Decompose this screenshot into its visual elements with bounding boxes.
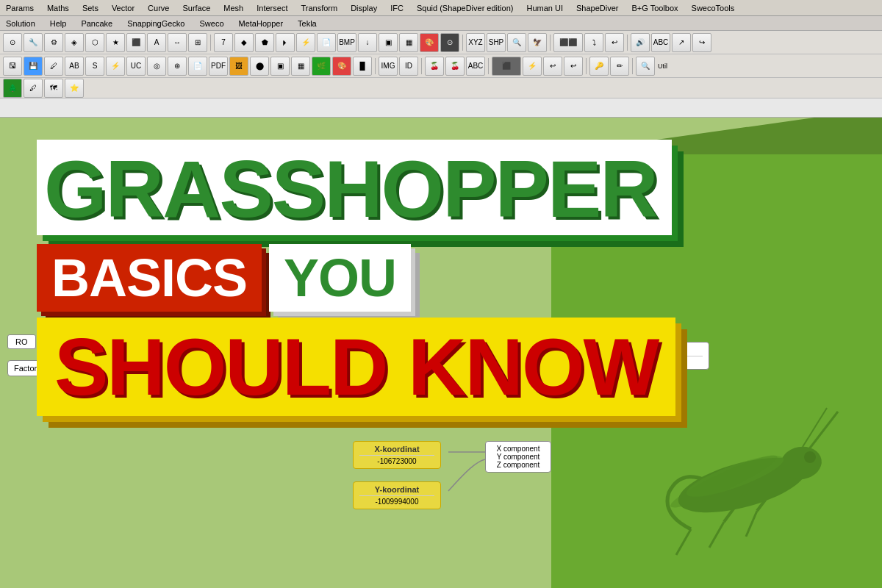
tb2-btn-25[interactable]: ⚡ bbox=[523, 57, 542, 76]
menu-squid[interactable]: Squid (ShapeDiver edition) bbox=[414, 2, 516, 14]
tb-btn-32[interactable]: ↗ bbox=[672, 33, 691, 52]
tb2-btn-27[interactable]: ↩ bbox=[564, 57, 583, 76]
title-grasshopper-box: GRASSHOPPER bbox=[37, 140, 672, 235]
tb2-btn-14[interactable]: ▣ bbox=[270, 57, 290, 76]
menu-humanui[interactable]: Human UI bbox=[523, 2, 566, 14]
tb3-btn-2[interactable]: 🖊 bbox=[24, 79, 43, 98]
tb-btn-28[interactable]: ⤵ bbox=[584, 33, 603, 52]
tb3-btn-3[interactable]: 🗺 bbox=[44, 79, 63, 98]
tb-btn-26[interactable]: 🦅 bbox=[528, 33, 547, 52]
tb3-btn-4[interactable]: ⭐ bbox=[65, 79, 84, 98]
tb-btn-15[interactable]: ⚡ bbox=[296, 33, 315, 52]
submenu-solution[interactable]: Solution bbox=[3, 18, 38, 29]
tb-btn-3[interactable]: ⚙ bbox=[44, 33, 63, 52]
menu-ifc[interactable]: IFC bbox=[387, 2, 406, 14]
tb-btn-17[interactable]: BMP bbox=[337, 33, 356, 52]
tb-btn-10[interactable]: ⊞ bbox=[188, 33, 207, 52]
menu-vector[interactable]: Vector bbox=[109, 2, 137, 14]
canvas-area: RO List Index N i Factor ⚡Z Unit vector … bbox=[0, 118, 882, 588]
menu-swecotools[interactable]: SwecoTools bbox=[689, 2, 738, 14]
x-koordinat-node[interactable]: X-koordinat -106723000 bbox=[353, 441, 441, 469]
tb2-btn-7[interactable]: UC bbox=[126, 57, 146, 76]
menu-mesh[interactable]: Mesh bbox=[220, 2, 246, 14]
tb2-btn-8[interactable]: ◎ bbox=[147, 57, 166, 76]
menu-bgtoolbox[interactable]: B+G Toolbox bbox=[628, 2, 681, 14]
tb-btn-25[interactable]: 🔍 bbox=[507, 33, 526, 52]
tb2-btn-1[interactable]: 🖫 bbox=[3, 57, 22, 76]
tb-btn-12[interactable]: ◆ bbox=[234, 33, 254, 52]
tb-btn-1[interactable]: ⊙ bbox=[3, 33, 22, 52]
submenu-help[interactable]: Help bbox=[47, 18, 70, 29]
svg-point-2 bbox=[804, 451, 816, 463]
tb-btn-33[interactable]: ↪ bbox=[692, 33, 711, 52]
title-overlay: GRASSHOPPER BASICS YOU SHOULD KNOW bbox=[0, 140, 706, 416]
tb-btn-7[interactable]: ⬛ bbox=[126, 33, 146, 52]
tb2-btn-23[interactable]: ABC bbox=[466, 57, 485, 76]
tb2-btn-17[interactable]: 🎨 bbox=[332, 57, 351, 76]
tb-btn-18[interactable]: ↓ bbox=[358, 33, 377, 52]
tb2-btn-26[interactable]: ↩ bbox=[543, 57, 562, 76]
tb-btn-21[interactable]: 🎨 bbox=[420, 33, 439, 52]
menu-params[interactable]: Params bbox=[3, 2, 37, 14]
tb-btn-20[interactable]: ▦ bbox=[399, 33, 418, 52]
tb2-btn-16[interactable]: 🌿 bbox=[312, 57, 331, 76]
tb2-btn-3[interactable]: 🖊 bbox=[44, 57, 63, 76]
tb2-btn-21[interactable]: 🍒 bbox=[425, 57, 444, 76]
tb3-btn-1[interactable]: 🌲 bbox=[3, 79, 22, 98]
submenu-metahopper[interactable]: MetaHopper bbox=[236, 18, 287, 29]
menu-maths[interactable]: Maths bbox=[44, 2, 72, 14]
menu-curve[interactable]: Curve bbox=[145, 2, 172, 14]
submenu-tekla[interactable]: Tekla bbox=[295, 18, 320, 29]
tb2-btn-2[interactable]: 💾 bbox=[24, 57, 43, 76]
menu-intersect[interactable]: Intersect bbox=[254, 2, 290, 14]
submenu-snappinggecko[interactable]: SnappingGecko bbox=[124, 18, 187, 29]
tb2-btn-13[interactable]: ⬤ bbox=[250, 57, 269, 76]
y-koordinat-node[interactable]: Y-koordinat -1009994000 bbox=[353, 481, 441, 509]
tb-btn-19[interactable]: ▣ bbox=[379, 33, 398, 52]
tb2-sep-4 bbox=[586, 58, 587, 74]
util-label: Util bbox=[658, 62, 667, 70]
menu-display[interactable]: Display bbox=[348, 2, 380, 14]
tb-btn-11[interactable]: 7 bbox=[214, 33, 233, 52]
tb2-btn-28[interactable]: 🔑 bbox=[589, 57, 609, 76]
tb2-btn-18[interactable]: ▐▌ bbox=[353, 57, 372, 76]
submenu-pancake[interactable]: Pancake bbox=[78, 18, 115, 29]
tb2-btn-19[interactable]: IMG bbox=[379, 57, 398, 76]
tb-btn-13[interactable]: ⬟ bbox=[255, 33, 274, 52]
tb-btn-9[interactable]: ↔ bbox=[168, 33, 187, 52]
tb-btn-29[interactable]: ↩ bbox=[605, 33, 624, 52]
tb2-btn-15[interactable]: ▦ bbox=[291, 57, 310, 76]
tb2-btn-30[interactable]: 🔍 bbox=[636, 57, 655, 76]
x-koordinat-value: -106723000 bbox=[359, 457, 434, 465]
menu-surface[interactable]: Surface bbox=[179, 2, 213, 14]
tb2-btn-29[interactable]: ✏ bbox=[610, 57, 629, 76]
xyz-component-node[interactable]: X component Y component Z component bbox=[485, 441, 551, 473]
tb-btn-6[interactable]: ★ bbox=[106, 33, 125, 52]
tb-btn-27[interactable]: ⬛⬛ bbox=[553, 33, 583, 52]
tb-btn-8[interactable]: A bbox=[147, 33, 166, 52]
tb2-btn-11[interactable]: PDF bbox=[209, 57, 228, 76]
tb-btn-22[interactable]: ⊙ bbox=[440, 33, 459, 52]
tb-btn-14[interactable]: ⏵ bbox=[276, 33, 295, 52]
tb-btn-23[interactable]: XYZ bbox=[466, 33, 485, 52]
tb2-btn-9[interactable]: ⊛ bbox=[168, 57, 187, 76]
menu-shapediver[interactable]: ShapeDiver bbox=[573, 2, 621, 14]
menu-transform[interactable]: Transform bbox=[298, 2, 340, 14]
tb2-btn-24[interactable]: ⬛ bbox=[492, 57, 521, 76]
tb2-btn-4[interactable]: AB bbox=[65, 57, 84, 76]
tb2-btn-10[interactable]: 📄 bbox=[188, 57, 207, 76]
tb2-btn-5[interactable]: S bbox=[85, 57, 104, 76]
tb-btn-2[interactable]: 🔧 bbox=[24, 33, 43, 52]
tb2-btn-20[interactable]: ID bbox=[399, 57, 418, 76]
tb-btn-4[interactable]: ◈ bbox=[65, 33, 84, 52]
tb-btn-5[interactable]: ⬡ bbox=[85, 33, 104, 52]
tb-btn-30[interactable]: 🔊 bbox=[631, 33, 650, 52]
tb2-btn-6[interactable]: ⚡ bbox=[106, 57, 125, 76]
tb-btn-24[interactable]: SHP bbox=[487, 33, 506, 52]
tb2-btn-22[interactable]: 🍒 bbox=[445, 57, 465, 76]
tb2-btn-12[interactable]: 🖼 bbox=[229, 57, 248, 76]
tb-btn-16[interactable]: 📄 bbox=[317, 33, 336, 52]
tb-btn-31[interactable]: ABC bbox=[651, 33, 670, 52]
submenu-sweco[interactable]: Sweco bbox=[196, 18, 226, 29]
menu-sets[interactable]: Sets bbox=[79, 2, 101, 14]
